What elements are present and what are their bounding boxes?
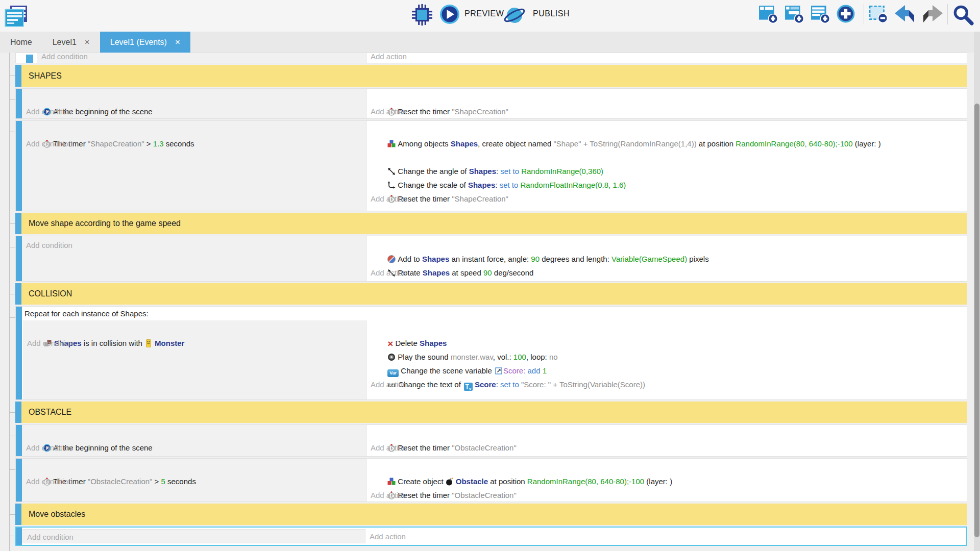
tree-connector (9, 294, 15, 294)
group-title: Move shape according to the game speed (29, 213, 181, 234)
tree-connector (9, 247, 15, 247)
close-icon[interactable]: × (175, 37, 180, 47)
action-change-angle[interactable]: Change the angle of Shapes: set to Rando… (371, 151, 963, 164)
event-row-clipped[interactable]: Add condition Add action (15, 53, 967, 63)
action-reset-timer[interactable]: Reset the timer "ObstacleCreation" (371, 427, 963, 441)
tab-bar: Home Level1 × Level1 (Events) × (0, 32, 980, 53)
drag-handle[interactable] (15, 65, 21, 87)
tab-level1-events[interactable]: Level1 (Events) × (100, 32, 190, 53)
toolbar-separator (947, 4, 948, 24)
add-action-button[interactable]: Add action (370, 530, 962, 543)
add-condition-button[interactable]: Add condition (27, 530, 361, 544)
debugger-icon[interactable] (411, 4, 433, 26)
drag-handle[interactable] (16, 307, 22, 399)
add-condition-button[interactable]: Add condition (26, 441, 362, 455)
event-move-obstacles-selected[interactable]: Add condition Add action (15, 527, 967, 546)
tab-level1-label: Level1 (53, 38, 77, 47)
redo-icon[interactable] (921, 4, 944, 24)
add-event-icon[interactable] (758, 4, 778, 23)
event-shapes-begin: At the beginning of the scene Add condit… (15, 88, 967, 119)
condition-timer-obstaclecreation[interactable]: The timer "ObstacleCreation" > 5 seconds (26, 461, 362, 474)
action-change-scene-variable[interactable]: VarChange the scene variable Score: add … (371, 350, 963, 364)
add-subevent-icon[interactable] (785, 4, 804, 23)
tree-connector (9, 223, 15, 224)
add-action-button[interactable]: Add action (371, 378, 963, 391)
drag-handle[interactable] (15, 402, 21, 423)
preview-button[interactable]: PREVIEW (464, 9, 504, 18)
add-condition-button[interactable]: Add condition (26, 238, 362, 252)
add-action-button[interactable]: Add action (371, 192, 963, 206)
drag-handle[interactable] (15, 213, 21, 234)
group-title: OBSTACLE (29, 402, 71, 423)
action-rotate[interactable]: Rotate Shapes at speed 90 deg/second (371, 252, 963, 266)
action-reset-timer[interactable]: Reset the timer "ShapeCreation" (371, 178, 963, 192)
tab-level1-scene[interactable]: Level1 × (42, 32, 100, 53)
drag-handle[interactable] (16, 121, 22, 211)
app-logo-icon[interactable] (5, 5, 28, 29)
create-object-icon (387, 140, 396, 148)
action-delete-shapes[interactable]: ×Delete Shapes (371, 322, 963, 336)
drag-handle[interactable] (16, 236, 22, 281)
toolbar-separator (864, 4, 864, 24)
add-condition-button[interactable]: Add condition (26, 474, 362, 488)
condition-begin-scene[interactable]: At the beginning of the scene (26, 427, 362, 441)
action-change-scale[interactable]: Change the scale of Shapes: set to Rando… (371, 164, 963, 178)
tree-connector (9, 317, 15, 318)
add-condition-button[interactable]: Add condition (26, 105, 362, 118)
group-header-obstacle[interactable]: OBSTACLE (15, 402, 967, 423)
event-shape-timer: The timer "ShapeCreation" > 1.3 seconds … (15, 120, 967, 211)
tree-connector (9, 412, 15, 413)
publish-button[interactable]: PUBLISH (533, 9, 570, 18)
action-play-sound[interactable]: Play the sound monster.wav, vol.: 100, l… (371, 336, 963, 350)
add-condition-button[interactable]: Add condition (41, 53, 362, 63)
add-other-event-icon[interactable] (836, 4, 855, 23)
add-condition-button[interactable]: Add condition (27, 336, 362, 350)
group-header-move-obstacles[interactable]: Move obstacles (15, 504, 967, 525)
preview-play-icon[interactable] (439, 4, 460, 24)
action-add-force[interactable]: Add to Shapes an instant force, angle: 9… (371, 238, 963, 252)
add-comment-icon[interactable] (811, 4, 830, 23)
tree-connector (9, 75, 15, 76)
undo-icon[interactable] (893, 4, 917, 24)
group-title: Move obstacles (29, 504, 85, 525)
search-icon[interactable] (952, 4, 974, 26)
add-condition-button[interactable]: Add condition (26, 137, 362, 151)
group-header-shapes[interactable]: SHAPES (15, 65, 967, 87)
tree-connector (9, 514, 15, 515)
event-obstacle-begin: At the beginning of the scene Add condit… (15, 424, 967, 457)
delete-selection-icon[interactable] (869, 4, 888, 23)
tab-home[interactable]: Home (0, 32, 42, 53)
tab-home-label: Home (10, 38, 32, 47)
vertical-scrollbar-thumb[interactable] (974, 104, 979, 537)
condition-collision[interactable]: Shapes is in collision with Monster (27, 322, 362, 336)
publish-globe-icon[interactable] (504, 5, 525, 26)
add-action-button[interactable]: Add action (371, 53, 963, 63)
action-create-obstacle[interactable]: Create object Obstacle at position Rando… (371, 461, 963, 474)
gdevelop-events-editor: PREVIEW PUBLISH (0, 0, 980, 551)
group-title: SHAPES (29, 65, 62, 87)
drag-handle[interactable] (16, 459, 22, 502)
drag-handle[interactable] (16, 89, 22, 118)
drag-handle[interactable] (26, 55, 33, 63)
group-header-move-shape[interactable]: Move shape according to the game speed (15, 213, 967, 234)
add-action-button[interactable]: Add action (371, 266, 963, 280)
add-action-button[interactable]: Add action (371, 441, 963, 455)
add-action-button[interactable]: Add action (371, 105, 963, 118)
action-reset-timer[interactable]: Reset the timer "ShapeCreation" (371, 91, 963, 105)
event-foreach-shapes: Repeat for each instance of Shapes: Shap… (15, 306, 967, 400)
drag-handle[interactable] (16, 425, 22, 456)
add-action-button[interactable]: Add action (371, 488, 963, 502)
event-move-shape: Add condition Add to Shapes an instant f… (15, 236, 967, 282)
condition-begin-scene[interactable]: At the beginning of the scene (26, 91, 362, 105)
drag-handle[interactable] (15, 504, 21, 525)
action-change-text[interactable]: txtChange the text of TxScore: set to "S… (371, 364, 963, 378)
tree-connector (9, 132, 15, 132)
drag-handle[interactable] (15, 283, 21, 305)
drag-handle[interactable] (16, 528, 22, 545)
close-icon[interactable]: × (85, 37, 90, 47)
condition-timer-shapecreation[interactable]: The timer "ShapeCreation" > 1.3 seconds (26, 123, 362, 137)
event-obstacle-timer: The timer "ObstacleCreation" > 5 seconds… (15, 458, 967, 502)
group-header-collision[interactable]: COLLISION (15, 283, 967, 305)
foreach-header[interactable]: Repeat for each instance of Shapes: (24, 307, 149, 320)
action-reset-timer[interactable]: Reset the timer "ObstacleCreation" (371, 474, 963, 488)
